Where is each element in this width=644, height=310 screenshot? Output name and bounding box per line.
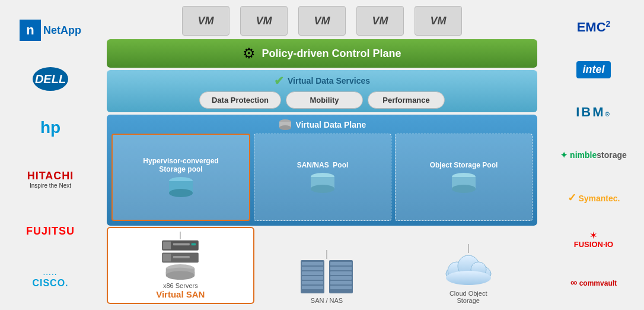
svg-rect-37 (330, 271, 352, 275)
vds-btn-performance[interactable]: Performance (368, 91, 445, 109)
vdp-area: Virtual Data Plane Hypervisor-convergedS… (107, 115, 537, 226)
logo-fusion: ✶ FUSiON·io (549, 222, 638, 258)
svg-rect-32 (302, 281, 323, 284)
svg-rect-28 (302, 262, 323, 265)
svg-rect-40 (330, 286, 352, 289)
hc-pool: Hypervisor-convergedStorage pool (111, 134, 250, 221)
logo-fujitsu: FUJITSU (6, 213, 95, 249)
intel-text: intel (576, 61, 610, 78)
db-cylinder-icon-sannas (308, 173, 337, 194)
logo-ibm: IBM® (549, 94, 638, 130)
nimble-text: ✦ nimblestorage (560, 150, 627, 160)
dell-text: DELL (33, 67, 68, 91)
db-cylinder-icon-hc (167, 177, 195, 198)
hp-text: hp (40, 118, 60, 137)
vm-row: VM VM VM VM VM (107, 6, 537, 36)
vds-btn-data-protection[interactable]: Data Protection (199, 91, 281, 109)
sannas-connector-top (324, 250, 330, 259)
svg-rect-16 (192, 243, 196, 246)
san-icons-row (299, 259, 354, 295)
control-plane-bar: ⚙ Policy-driven Control Plane (107, 39, 537, 68)
right-logos-panel: EMC2 intel IBM® ✦ nimblestorage ✓ Symant… (543, 0, 644, 310)
left-logos-panel: n NetApp DELL hp HITACHI Inspire the Nex… (0, 0, 101, 310)
server-icon (160, 239, 201, 264)
svg-rect-35 (330, 262, 352, 265)
svg-rect-33 (302, 286, 323, 289)
commvault-text: ∞ commvault (570, 277, 617, 288)
vm-box-4: VM (356, 6, 404, 36)
gear-icon: ⚙ (243, 45, 256, 62)
disk-stack-icon (162, 264, 198, 281)
bottom-section: x86 Servers Virtual SAN (107, 227, 537, 304)
vsan-label: Virtual SAN (156, 289, 205, 299)
vm-box-1: VM (182, 6, 229, 36)
control-plane-label: Policy-driven Control Plane (262, 48, 401, 60)
object-pool-label: Object Storage Pool (430, 161, 498, 169)
svg-point-5 (169, 189, 193, 197)
logo-hp: hp (6, 110, 95, 145)
sannas-bottom: SAN / NAS (258, 227, 396, 304)
svg-rect-36 (330, 267, 352, 270)
logo-commvault: ∞ commvault (549, 265, 638, 300)
vdp-title: Virtual Data Plane (111, 119, 533, 130)
vds-btn-mobility[interactable]: Mobility (286, 91, 363, 109)
sannas-pool: SAN/NAS Pool (254, 134, 391, 221)
vsan-section: x86 Servers Virtual SAN (107, 227, 254, 304)
svg-rect-30 (302, 271, 323, 275)
vds-buttons-row: Data Protection Mobility Performance (113, 91, 531, 109)
main-content: VM VM VM VM VM ⚙ Policy-driven Control P… (101, 0, 543, 310)
svg-point-46 (446, 271, 491, 285)
ibm-text: IBM® (576, 105, 611, 120)
vsan-connector (127, 232, 234, 239)
sannas-bottom-label: SAN / NAS (311, 297, 343, 304)
cloud-bottom: Cloud ObjectStorage (399, 227, 537, 304)
object-pool: Object Storage Pool (395, 134, 533, 221)
svg-rect-18 (163, 254, 171, 261)
fusion-text: ✶ FUSiON·io (574, 231, 613, 249)
logo-nimble: ✦ nimblestorage (549, 137, 638, 173)
symantec-text: ✓ Symantec. (568, 191, 620, 204)
logo-hitachi: HITACHI Inspire the Next (6, 159, 95, 200)
hc-pool-label: Hypervisor-convergedStorage pool (143, 157, 218, 173)
cisco-text: ····· CISCO. (32, 271, 68, 289)
disk-icon (278, 119, 292, 130)
checkmark-icon: ✔ (274, 74, 284, 88)
svg-point-11 (452, 185, 476, 193)
cloud-icon (442, 253, 495, 289)
cloud-label: Cloud ObjectStorage (449, 290, 487, 304)
svg-point-25 (166, 271, 195, 280)
svg-rect-15 (173, 243, 190, 246)
svg-rect-31 (302, 276, 323, 280)
sannas-pool-label: SAN/NAS Pool (297, 161, 349, 169)
svg-rect-38 (330, 276, 352, 280)
netapp-text: NetApp (43, 24, 81, 37)
svg-rect-29 (302, 267, 323, 270)
svg-point-8 (311, 185, 334, 193)
logo-symantec: ✓ Symantec. (549, 180, 638, 216)
logo-intel: intel (549, 52, 638, 88)
vdp-pools-row: Hypervisor-convergedStorage pool SAN/NAS… (111, 134, 533, 221)
san-rack-icon-2 (328, 259, 354, 295)
x86-label: x86 Servers (163, 282, 198, 289)
cloud-connector-top (466, 244, 471, 253)
vm-box-2: VM (240, 6, 288, 36)
fujitsu-text: FUJITSU (26, 225, 75, 238)
svg-rect-19 (173, 256, 190, 258)
vdp-section: Virtual Data Plane Hypervisor-convergedS… (107, 115, 537, 304)
logo-emc: EMC2 (549, 10, 638, 45)
san-rack-icon-1 (299, 259, 326, 295)
vm-box-3: VM (298, 6, 346, 36)
svg-rect-14 (163, 242, 171, 249)
svg-point-2 (279, 125, 291, 130)
vds-title: ✔ Virtual Data Services (113, 74, 531, 88)
vds-area: ✔ Virtual Data Services Data Protection … (107, 70, 537, 112)
svg-rect-39 (330, 281, 352, 284)
db-cylinder-icon-object (449, 173, 478, 194)
logo-netapp: n NetApp (6, 12, 95, 48)
hitachi-text: HITACHI Inspire the Next (27, 170, 74, 189)
logo-dell: DELL (6, 61, 95, 97)
logo-cisco: ····· CISCO. (6, 262, 95, 298)
emc-text: EMC2 (577, 19, 611, 35)
vm-box-5: VM (415, 6, 462, 36)
